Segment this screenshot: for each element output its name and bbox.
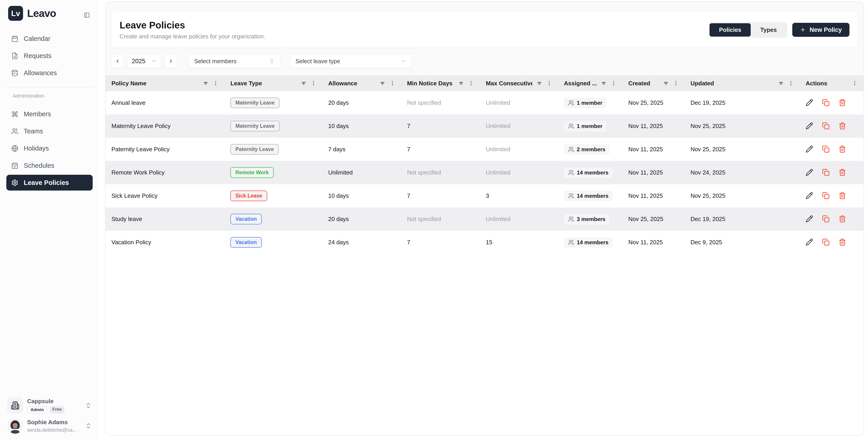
year-select[interactable]: 2025 — [127, 54, 161, 68]
gear-icon — [11, 179, 18, 186]
filter-icon[interactable] — [601, 80, 607, 86]
duplicate-policy-button[interactable] — [822, 238, 830, 246]
assigned-members-badge[interactable]: 1 member — [564, 121, 607, 131]
database-zap-icon — [11, 70, 18, 76]
pencil-icon — [806, 215, 813, 223]
column-menu-kebab-icon[interactable] — [611, 80, 617, 86]
column-menu-kebab-icon[interactable] — [852, 80, 858, 86]
column-label: Allowance — [328, 80, 358, 87]
max-consecutive-cell: Unlimited — [480, 215, 558, 223]
column-menu-kebab-icon[interactable] — [546, 80, 552, 86]
column-menu-kebab-icon[interactable] — [311, 80, 316, 86]
new-policy-button[interactable]: New Policy — [792, 23, 849, 37]
max-consecutive-cell: 3 — [480, 192, 558, 199]
table-body: Annual leaveMaternity Leave20 daysNot sp… — [105, 91, 864, 254]
created-cell: Nov 11, 2025 — [622, 192, 685, 199]
delete-policy-button[interactable] — [839, 238, 846, 246]
sidebar-item-members[interactable]: Members — [6, 106, 93, 122]
filter-icon[interactable] — [778, 80, 784, 86]
sidebar-item-leave-policies[interactable]: Leave Policies — [6, 175, 93, 191]
assigned-members-badge[interactable]: 14 members — [564, 237, 613, 248]
policies-table: Policy NameLeave TypeAllowanceMin Notice… — [105, 75, 864, 435]
sidebar: Lv Leavo Calendar Requests Allowances Ad… — [0, 0, 99, 440]
tab-policies[interactable]: Policies — [710, 23, 751, 37]
table-row: Remote Work PolicyRemote WorkUnlimitedNo… — [105, 161, 864, 184]
members-select[interactable]: Select members — [188, 54, 280, 68]
year-value: 2025 — [132, 58, 145, 65]
assigned-members-badge[interactable]: 1 member — [564, 98, 607, 108]
assigned-members-badge[interactable]: 14 members — [564, 191, 613, 201]
column-header-allowance: Allowance — [322, 75, 401, 91]
user-menu[interactable]: Sophie Adams senda.debbiche@ca... — [6, 417, 93, 435]
delete-policy-button[interactable] — [839, 192, 846, 200]
leave-type-select[interactable]: Select leave type — [290, 54, 412, 68]
edit-policy-button[interactable] — [806, 238, 813, 246]
column-header-controls — [852, 80, 858, 86]
filter-icon[interactable] — [663, 80, 669, 86]
delete-policy-button[interactable] — [839, 169, 846, 177]
sidebar-item-holidays[interactable]: Holidays — [6, 140, 93, 156]
chevron-down-icon — [151, 59, 157, 64]
policy-name-cell: Sick Leave Policy — [105, 192, 224, 199]
sidebar-item-calendar[interactable]: Calendar — [6, 31, 93, 46]
assigned-cell: 1 member — [558, 121, 622, 131]
duplicate-policy-button[interactable] — [822, 122, 830, 130]
user-name: Sophie Adams — [27, 419, 76, 426]
policy-name-cell: Maternity Leave Policy — [105, 123, 224, 130]
duplicate-policy-button[interactable] — [822, 215, 830, 223]
column-menu-kebab-icon[interactable] — [788, 80, 794, 86]
updated-cell: Nov 24, 2025 — [685, 169, 800, 176]
column-menu-kebab-icon[interactable] — [213, 80, 219, 86]
min-notice-cell: Not specified — [401, 215, 480, 223]
calendar-check-icon — [11, 162, 18, 169]
delete-policy-button[interactable] — [839, 145, 846, 154]
assigned-members-badge[interactable]: 3 members — [564, 214, 610, 225]
column-menu-kebab-icon[interactable] — [468, 80, 474, 86]
users-icon — [568, 100, 574, 106]
sidebar-item-schedules[interactable]: Schedules — [6, 158, 93, 173]
column-menu-kebab-icon[interactable] — [673, 80, 679, 86]
organization-switcher[interactable]: Cappsule Admin Free — [6, 397, 93, 414]
sidebar-item-teams[interactable]: Teams — [6, 123, 93, 139]
table-row: Vacation PolicyVacation24 days71514 memb… — [105, 231, 864, 254]
edit-policy-button[interactable] — [806, 215, 813, 223]
column-header-controls — [601, 80, 617, 86]
filter-icon[interactable] — [203, 80, 209, 86]
duplicate-policy-button[interactable] — [822, 99, 830, 107]
assigned-members-count: 2 members — [577, 146, 606, 153]
actions-cell — [800, 238, 864, 246]
filter-icon[interactable] — [301, 80, 307, 86]
filter-icon[interactable] — [379, 80, 385, 86]
created-cell: Nov 25, 2025 — [622, 99, 685, 106]
organization-name: Cappsule — [27, 398, 64, 405]
sidebar-item-allowances[interactable]: Allowances — [6, 65, 93, 81]
sidebar-item-requests[interactable]: Requests — [6, 48, 93, 64]
previous-year-button[interactable] — [111, 54, 124, 68]
delete-policy-button[interactable] — [839, 122, 846, 130]
edit-policy-button[interactable] — [806, 145, 813, 154]
users-icon — [11, 128, 18, 135]
filter-icon[interactable] — [458, 80, 464, 86]
duplicate-policy-button[interactable] — [822, 192, 830, 200]
tab-types[interactable]: Types — [751, 23, 786, 37]
edit-policy-button[interactable] — [806, 169, 813, 177]
edit-policy-button[interactable] — [806, 122, 813, 130]
primary-nav: Calendar Requests Allowances — [0, 29, 99, 82]
copy-icon — [822, 122, 830, 130]
assigned-cell: 14 members — [558, 191, 622, 201]
delete-policy-button[interactable] — [839, 99, 846, 107]
filter-icon[interactable] — [536, 80, 542, 86]
sidebar-collapse-button[interactable] — [82, 11, 91, 20]
allowance-cell: 7 days — [322, 146, 401, 153]
duplicate-policy-button[interactable] — [822, 145, 830, 154]
duplicate-policy-button[interactable] — [822, 169, 830, 177]
edit-policy-button[interactable] — [806, 99, 813, 107]
actions-cell — [800, 169, 864, 177]
next-year-button[interactable] — [164, 54, 177, 68]
assigned-members-badge[interactable]: 2 members — [564, 144, 610, 155]
table-row: Paternity Leave PolicyPaternity Leave7 d… — [105, 138, 864, 161]
edit-policy-button[interactable] — [806, 192, 813, 200]
delete-policy-button[interactable] — [839, 215, 846, 223]
assigned-members-badge[interactable]: 14 members — [564, 168, 613, 178]
column-menu-kebab-icon[interactable] — [390, 80, 395, 86]
